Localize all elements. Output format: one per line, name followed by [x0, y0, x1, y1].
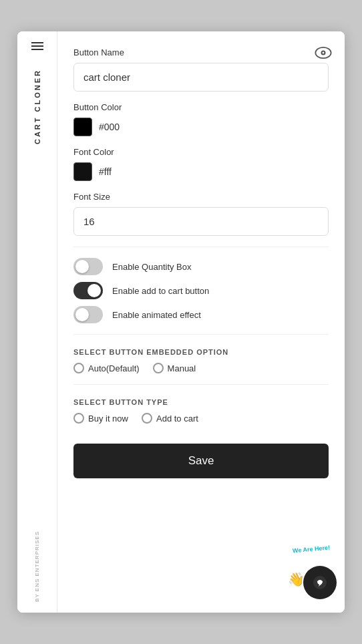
font-color-swatch[interactable] [73, 162, 92, 181]
divider2 [73, 334, 329, 335]
toggle-cart-row: Enable add to cart button [73, 282, 329, 299]
embed-option-auto-label: Auto(Default) [88, 363, 140, 373]
sidebar-title: CART CLONER [33, 69, 41, 144]
font-color-label: Font Color [73, 147, 329, 157]
sidebar: CART CLONER BY ENS ENTERPRISES [17, 31, 57, 613]
button-color-label: Button Color [73, 102, 329, 112]
toggle-cart[interactable] [73, 282, 103, 299]
type-radio-addtocart[interactable] [142, 413, 152, 424]
divider3 [73, 384, 329, 385]
button-color-value: #000 [99, 122, 120, 132]
button-name-label: Button Name [73, 47, 329, 57]
button-name-input[interactable] [73, 63, 329, 92]
font-size-label: Font Size [73, 192, 329, 202]
toggle-quantity[interactable] [73, 258, 103, 275]
embed-radio-manual[interactable] [153, 363, 164, 373]
chat-bubble: We Are Here! 👋 [283, 546, 337, 599]
type-option-buyitnow[interactable]: Buy it now [73, 413, 128, 424]
eye-icon[interactable] [313, 42, 334, 63]
save-button[interactable]: Save [73, 444, 329, 478]
embed-option-manual-label: Manual [168, 363, 196, 373]
button-color-swatch[interactable] [73, 118, 92, 136]
toggle-animated-row: Enable animated effect [73, 306, 329, 323]
svg-point-2 [323, 52, 325, 54]
embed-heading: SELECT BUTTON EMBEDDED OPTION [73, 348, 329, 356]
main-content: Button Name Button Color #000 Font Color… [57, 31, 345, 613]
chat-circle[interactable] [303, 566, 337, 599]
toggle-animated[interactable] [73, 306, 103, 323]
toggle-quantity-row: Enable Quantity Box [73, 258, 329, 275]
divider1 [73, 247, 329, 247]
embed-option-manual[interactable]: Manual [153, 363, 196, 373]
chat-bubble-text: We Are Here! [293, 544, 331, 555]
type-heading: SELECT BUTTON TYPE [73, 398, 329, 406]
font-color-value: #fff [99, 166, 112, 177]
sidebar-bottom-label: BY ENS ENTERPRISES [34, 531, 40, 602]
hamburger-icon[interactable] [31, 42, 43, 50]
type-radio-buyitnow[interactable] [73, 413, 84, 424]
toggle-cart-label: Enable add to cart button [112, 286, 209, 296]
type-option-addtocart-label: Add to cart [156, 414, 198, 424]
embed-option-auto[interactable]: Auto(Default) [73, 363, 140, 373]
embed-options-row: Auto(Default) Manual [73, 363, 329, 373]
type-option-addtocart[interactable]: Add to cart [142, 413, 198, 424]
type-option-buyitnow-label: Buy it now [88, 414, 128, 424]
type-options-row: Buy it now Add to cart [73, 413, 329, 424]
svg-point-3 [313, 576, 327, 589]
wave-icon: 👋 [288, 571, 305, 587]
embed-radio-auto[interactable] [73, 363, 84, 373]
toggle-quantity-label: Enable Quantity Box [112, 262, 192, 272]
toggle-animated-label: Enable animated effect [112, 310, 201, 320]
font-size-input[interactable] [73, 207, 329, 236]
